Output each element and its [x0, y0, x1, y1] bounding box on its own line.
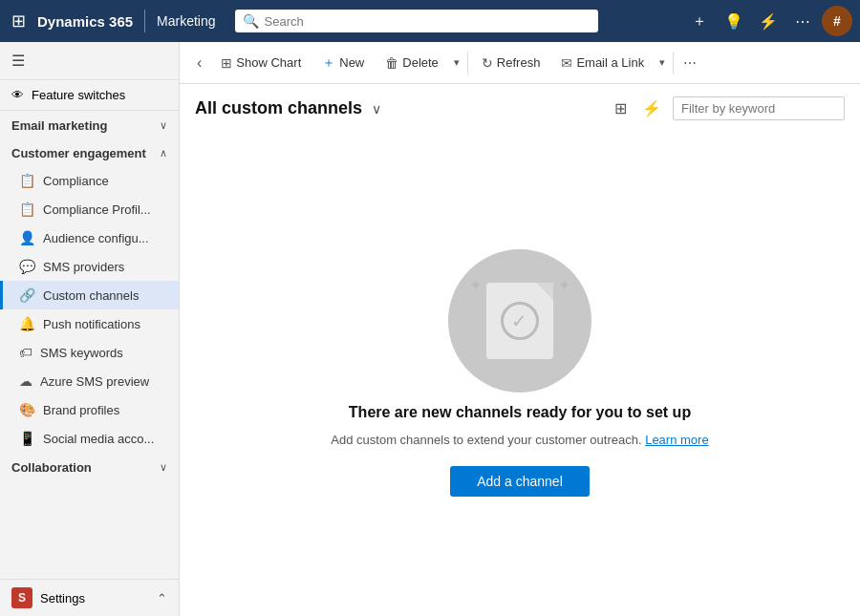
settings-icon-box: S [11, 587, 32, 608]
nav-module: Marketing [157, 13, 215, 29]
hamburger-icon[interactable]: ☰ [11, 52, 25, 70]
new-button[interactable]: ＋ New [312, 50, 374, 76]
delete-label: Delete [402, 55, 439, 70]
azure-sms-icon: ☁ [19, 373, 32, 389]
email-link-label: Email a Link [576, 55, 644, 70]
sms-providers-label: SMS providers [43, 260, 124, 274]
collaboration-label: Collaboration [11, 460, 92, 475]
toolbar-more-button[interactable]: ⋯ [677, 51, 702, 75]
main-content: ✦ ✦ ✓ There are new channels ready for y… [180, 129, 860, 616]
sidebar-item-settings[interactable]: S Settings ⌃ [0, 580, 179, 616]
filter-icon[interactable]: ⚡ [753, 6, 784, 36]
learn-more-link[interactable]: Learn more [645, 433, 708, 447]
nav-divider [144, 10, 145, 32]
sidebar-item-push-notifications[interactable]: 🔔 Push notifications [0, 309, 179, 338]
customer-engagement-label: Customer engagement [11, 146, 146, 160]
sidebar-section-email-marketing[interactable]: Email marketing ∨ [0, 111, 179, 138]
sidebar-bottom: S Settings ⌃ [0, 579, 179, 616]
empty-state: ✦ ✦ ✓ There are new channels ready for y… [331, 249, 708, 497]
sidebar-item-brand-profiles[interactable]: 🎨 Brand profiles [0, 395, 179, 424]
email-dropdown-button[interactable]: ▾ [656, 52, 669, 74]
add-button[interactable]: ＋ [684, 6, 715, 36]
empty-state-title: There are new channels ready for you to … [349, 404, 691, 421]
email-link-button[interactable]: ✉ Email a Link [551, 51, 654, 75]
lightbulb-icon[interactable]: 💡 [719, 6, 749, 36]
page-header-actions: ⊞ ⚡ [611, 96, 845, 121]
settings-label: Settings [40, 591, 85, 605]
compliance-profile-label: Compliance Profil... [43, 202, 151, 217]
audience-config-icon: 👤 [19, 230, 35, 245]
compliance-icon: 📋 [19, 173, 35, 188]
sidebar-item-feature-switches[interactable]: 👁 Feature switches [0, 80, 179, 111]
empty-state-description: Add custom channels to extend your custo… [331, 433, 708, 447]
filter-keyword-input[interactable] [673, 96, 845, 120]
push-notifications-label: Push notifications [43, 317, 140, 331]
sidebar-item-custom-channels[interactable]: 🔗 Custom channels [0, 281, 179, 309]
sidebar: ☰ 👁 Feature switches Email marketing ∨ C… [0, 42, 180, 616]
custom-channels-label: Custom channels [43, 288, 139, 303]
compliance-profile-icon: 📋 [19, 202, 35, 217]
email-marketing-chevron: ∨ [160, 119, 167, 132]
azure-sms-label: Azure SMS preview [40, 374, 149, 389]
column-config-icon[interactable]: ⊞ [611, 96, 631, 121]
refresh-button[interactable]: ↻ Refresh [472, 51, 550, 75]
sidebar-section-customer-engagement[interactable]: Customer engagement ∧ [0, 138, 179, 166]
filter-icon[interactable]: ⚡ [638, 96, 665, 121]
collaboration-chevron: ∨ [160, 461, 167, 474]
page-header: All custom channels ∨ ⊞ ⚡ [180, 84, 860, 129]
sms-keywords-label: SMS keywords [40, 346, 123, 360]
refresh-label: Refresh [497, 55, 541, 70]
sidebar-item-social-media[interactable]: 📱 Social media acco... [0, 424, 179, 453]
empty-illustration: ✦ ✦ ✓ [448, 249, 591, 393]
new-label: New [339, 55, 364, 70]
social-media-label: Social media acco... [43, 432, 154, 446]
sidebar-item-compliance[interactable]: 📋 Compliance [0, 166, 179, 195]
email-marketing-label: Email marketing [11, 118, 107, 133]
settings-chevron: ⌃ [157, 591, 167, 605]
page-title: All custom channels [195, 98, 362, 118]
customer-engagement-chevron: ∧ [160, 147, 167, 159]
avatar[interactable]: # [822, 6, 852, 36]
top-nav: ⊞ Dynamics 365 Marketing 🔍 ＋ 💡 ⚡ ⋯ # [0, 0, 860, 42]
page-title-chevron[interactable]: ∨ [372, 101, 381, 117]
add-channel-button[interactable]: Add a channel [450, 466, 590, 497]
sidebar-top[interactable]: ☰ [0, 42, 179, 80]
sparkle-left: ✦ [469, 276, 482, 294]
search-bar[interactable]: 🔍 [235, 10, 598, 32]
back-button[interactable]: ‹ [189, 51, 209, 75]
nav-actions: ＋ 💡 ⚡ ⋯ # [684, 6, 852, 36]
social-media-icon: 📱 [19, 431, 35, 446]
chart-icon: ⊞ [221, 55, 232, 71]
search-input[interactable] [265, 14, 591, 29]
more-options-button[interactable]: ⋯ [787, 6, 818, 36]
show-chart-label: Show Chart [236, 55, 301, 70]
feature-switches-icon: 👁 [11, 88, 24, 102]
toolbar: ‹ ⊞ Show Chart ＋ New 🗑 Delete ▾ ↻ Refres… [180, 42, 860, 84]
main-layout: ☰ 👁 Feature switches Email marketing ∨ C… [0, 42, 860, 616]
custom-channels-icon: 🔗 [19, 287, 35, 303]
refresh-icon: ↻ [482, 55, 493, 71]
sms-keywords-icon: 🏷 [19, 345, 32, 360]
sidebar-section-collaboration[interactable]: Collaboration ∨ [0, 453, 179, 478]
sidebar-item-compliance-profile[interactable]: 📋 Compliance Profil... [0, 195, 179, 223]
check-circle: ✓ [501, 302, 539, 340]
push-notifications-icon: 🔔 [19, 316, 35, 331]
new-icon: ＋ [322, 54, 335, 72]
toolbar-separator-1 [467, 52, 468, 74]
toolbar-separator-2 [673, 52, 674, 74]
sidebar-item-audience-config[interactable]: 👤 Audience configu... [0, 223, 179, 252]
sidebar-item-azure-sms[interactable]: ☁ Azure SMS preview [0, 367, 179, 395]
email-icon: ✉ [561, 55, 572, 71]
feature-switches-label: Feature switches [32, 88, 125, 102]
sidebar-item-sms-keywords[interactable]: 🏷 SMS keywords [0, 338, 179, 367]
delete-button[interactable]: 🗑 Delete [376, 51, 448, 75]
sparkle-right: ✦ [558, 276, 570, 294]
sidebar-item-sms-providers[interactable]: 💬 SMS providers [0, 252, 179, 281]
sms-providers-icon: 💬 [19, 259, 35, 274]
show-chart-button[interactable]: ⊞ Show Chart [211, 51, 311, 75]
app-title: Dynamics 365 [37, 13, 133, 30]
search-icon: 🔍 [243, 13, 259, 29]
delete-dropdown-button[interactable]: ▾ [450, 52, 463, 74]
audience-config-label: Audience configu... [43, 231, 149, 245]
grid-icon[interactable]: ⊞ [8, 7, 30, 35]
